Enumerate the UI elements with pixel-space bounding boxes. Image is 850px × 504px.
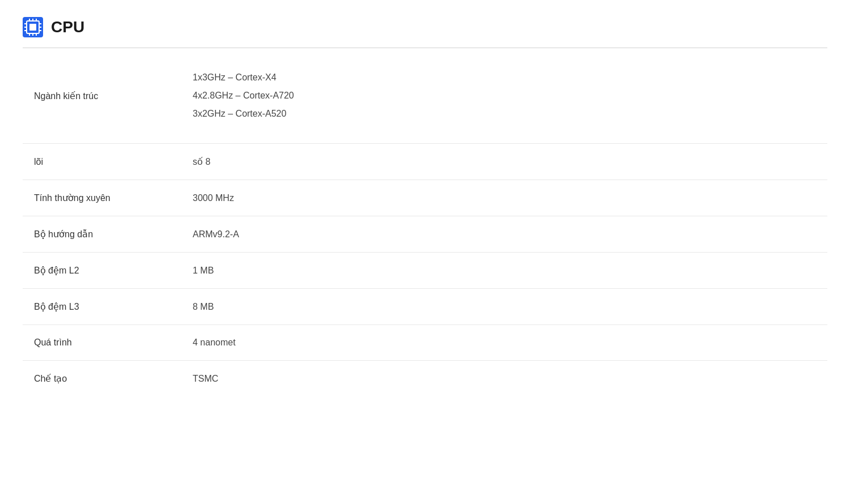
- spec-label-qua-trinh: Quá trình: [23, 325, 181, 361]
- spec-label-loi: lõi: [23, 144, 181, 180]
- page-title: CPU: [51, 18, 84, 36]
- svg-rect-2: [29, 24, 36, 31]
- section-header: CPU: [23, 17, 827, 37]
- spec-label-tinh-thuong-xuyen: Tính thường xuyên: [23, 180, 181, 216]
- spec-row-tinh-thuong-xuyen: Tính thường xuyên3000 MHz: [23, 180, 827, 216]
- spec-value-che-tao: TSMC: [181, 361, 827, 397]
- spec-row-bo-dem-l3: Bộ đệm L38 MB: [23, 289, 827, 325]
- page-container: CPU Ngành kiến trúc1x3GHz – Cortex-X44x2…: [0, 0, 850, 413]
- spec-row-bo-dem-l2: Bộ đệm L21 MB: [23, 253, 827, 289]
- spec-value-kien-truc: 1x3GHz – Cortex-X44x2.8GHz – Cortex-A720…: [181, 48, 827, 144]
- spec-label-bo-dem-l3: Bộ đệm L3: [23, 289, 181, 325]
- spec-label-bo-huong-dan: Bộ hướng dẫn: [23, 216, 181, 253]
- spec-row-qua-trinh: Quá trình4 nanomet: [23, 325, 827, 361]
- spec-label-bo-dem-l2: Bộ đệm L2: [23, 253, 181, 289]
- spec-table: Ngành kiến trúc1x3GHz – Cortex-X44x2.8GH…: [23, 48, 827, 396]
- spec-label-kien-truc: Ngành kiến trúc: [23, 48, 181, 144]
- spec-label-che-tao: Chế tạo: [23, 361, 181, 397]
- spec-value-item: 1x3GHz – Cortex-X4: [193, 71, 816, 84]
- spec-value-loi: số 8: [181, 144, 827, 180]
- spec-value-bo-dem-l3: 8 MB: [181, 289, 827, 325]
- spec-value-item: 4x2.8GHz – Cortex-A720: [193, 89, 816, 102]
- spec-row-kien-truc: Ngành kiến trúc1x3GHz – Cortex-X44x2.8GH…: [23, 48, 827, 144]
- spec-row-bo-huong-dan: Bộ hướng dẫnARMv9.2-A: [23, 216, 827, 253]
- spec-value-bo-huong-dan: ARMv9.2-A: [181, 216, 827, 253]
- spec-value-bo-dem-l2: 1 MB: [181, 253, 827, 289]
- spec-value-qua-trinh: 4 nanomet: [181, 325, 827, 361]
- cpu-chip-icon: [23, 17, 43, 37]
- spec-value-tinh-thuong-xuyen: 3000 MHz: [181, 180, 827, 216]
- spec-row-loi: lõisố 8: [23, 144, 827, 180]
- spec-value-item: 3x2GHz – Cortex-A520: [193, 107, 816, 121]
- spec-row-che-tao: Chế tạoTSMC: [23, 361, 827, 397]
